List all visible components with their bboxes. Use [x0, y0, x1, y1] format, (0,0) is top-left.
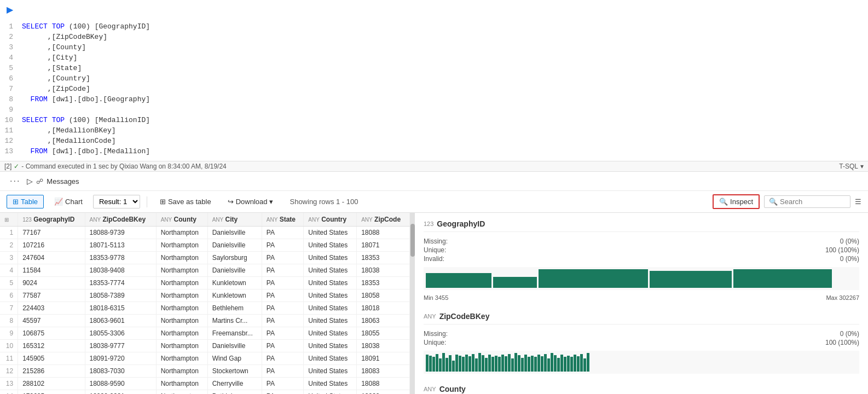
code-line-8: FROM [dw1].[dbo].[Geography]: [22, 94, 868, 105]
missing-label: Missing:: [424, 237, 448, 245]
bar-segment: [505, 356, 507, 372]
table-cell: United States: [304, 289, 357, 302]
divider: [424, 231, 859, 232]
table-cell: Northampton: [156, 277, 207, 289]
bar-segment: [544, 354, 547, 372]
search-input[interactable]: [780, 198, 846, 206]
chart-icon: 📈: [54, 198, 63, 206]
table-cell: 18353: [357, 277, 410, 289]
lang-indicator[interactable]: T-SQL ▾: [839, 163, 864, 170]
table-cell: Northampton: [156, 302, 207, 315]
more-button[interactable]: ···: [7, 175, 24, 187]
filter-icon[interactable]: ☰: [855, 198, 861, 206]
col-header-country[interactable]: ANY Country: [304, 213, 357, 227]
table-cell: PA: [262, 264, 303, 277]
inspect-panel: 123 GeographyID Missing: 0 (0%) Unique: …: [415, 213, 868, 394]
unique-stat-2: Unique: 100 (100%): [424, 339, 859, 346]
inspect-geography-id-title: 123 GeographyID: [424, 219, 859, 228]
download-icon: ↪: [228, 198, 234, 206]
table-cell: 18083: [357, 365, 410, 378]
col-header-zipcode[interactable]: ANY ZipCode: [357, 213, 410, 227]
bar-segment: [472, 354, 474, 372]
table-cell: 18088-9590: [85, 378, 156, 390]
table-cell: Northampton: [156, 252, 207, 264]
status-bar: [2] ✓ - Command executed in 1 sec by Qix…: [0, 161, 868, 171]
row-number: 4: [0, 264, 18, 277]
code-line-3: ,[County]: [22, 42, 868, 53]
table-cell: United States: [304, 264, 357, 277]
bar-segment: [452, 361, 455, 372]
result-select[interactable]: Result: 1: [93, 195, 140, 208]
bar-segment: [445, 358, 448, 372]
scroll-thumb: [410, 224, 415, 257]
table-cell: Northampton: [156, 327, 207, 340]
invalid-val: 0 (0%): [840, 255, 859, 263]
col-header-county[interactable]: ANY County: [156, 213, 207, 227]
table-cell: Northampton: [156, 340, 207, 352]
table-row: 910687518055-3306NorthamptonFreemansbr..…: [0, 327, 410, 340]
download-button[interactable]: ↪ Download ▾: [222, 195, 280, 208]
code-content[interactable]: SELECT TOP (100) [GeographyID] ,[ZipCode…: [22, 21, 868, 157]
col-header-city[interactable]: ANY City: [207, 213, 262, 227]
row-number: 7: [0, 302, 18, 315]
results-area: ··· ▷ ☍ Messages ⊞ Table 📈 Chart Result:…: [0, 172, 868, 394]
col-header-geographyid[interactable]: 123 GeographyID: [18, 213, 85, 227]
table-cell: United States: [304, 252, 357, 264]
code-line-10: SELECT TOP (100) [MedallionID]: [22, 115, 868, 125]
messages-row: ··· ▷ ☍ Messages: [0, 172, 868, 191]
table-cell: 215286: [18, 365, 85, 378]
zipcode-bars-inner: [426, 353, 857, 372]
table-cell: 9024: [18, 277, 85, 289]
table-cell: 77587: [18, 289, 85, 302]
inspect-button[interactable]: 🔍 Inspect: [713, 194, 760, 209]
code-line-13: FROM [dw1].[dbo].[Medallion]: [22, 146, 868, 157]
table-cell: 45597: [18, 315, 85, 327]
table-cell: Cherryville: [207, 378, 262, 390]
table-cell: PA: [262, 277, 303, 289]
table-container[interactable]: ⊞ 123 GeographyID ANY ZipCodeBKey ANY Co…: [0, 213, 410, 394]
inspect-county: ANY County Missing: 0 (0%) Unique: 1 (1%…: [424, 385, 859, 394]
row-number: 6: [0, 289, 18, 302]
table-row: 1328810218088-9590NorthamptonCherryville…: [0, 378, 410, 390]
bar-segment: [459, 356, 461, 372]
bar-segment: [468, 356, 471, 372]
line-numbers: 12345 678910 111213: [0, 21, 22, 157]
main-container: ▶ 12345 678910 111213 SELECT TOP (100) […: [0, 0, 868, 394]
field-name: GeographyID: [437, 219, 485, 228]
save-as-table-button[interactable]: ⊞ Save as table: [154, 195, 217, 208]
row-number: 5: [0, 277, 18, 289]
table-cell: 18353-7774: [85, 277, 156, 289]
table-cell: Danielsville: [207, 227, 262, 239]
table-cell: United States: [304, 227, 357, 239]
search-box: 🔍: [764, 195, 850, 208]
unique-label: Unique:: [424, 246, 446, 254]
table-cell: 18091-9720: [85, 352, 156, 365]
code-line-11: ,[MedallionBKey]: [22, 125, 868, 136]
table-cell: 18055: [357, 327, 410, 340]
run-button[interactable]: ▶: [4, 2, 15, 17]
type-badge-any: ANY: [424, 313, 436, 320]
code-line-9: [22, 105, 868, 115]
expand-icon[interactable]: ▷: [27, 177, 33, 186]
unique-label-2: Unique:: [424, 339, 446, 346]
bar-segment: [462, 357, 465, 372]
scroll-indicator[interactable]: [410, 213, 415, 394]
table-cell: 106875: [18, 327, 85, 340]
col-header-state[interactable]: ANY State: [262, 213, 303, 227]
data-table: ⊞ 123 GeographyID ANY ZipCodeBKey ANY Co…: [0, 213, 410, 394]
col-header-zipcodebkey[interactable]: ANY ZipCodeBKey: [85, 213, 156, 227]
table-cell: 18088: [357, 378, 410, 390]
table-tab[interactable]: ⊞ Table: [7, 195, 44, 208]
code-line-4: ,[City]: [22, 53, 868, 63]
table-cell: 107216: [18, 239, 85, 252]
missing-val-2: 0 (0%): [840, 330, 859, 338]
bar-segment: [455, 355, 458, 372]
bar-segment: [557, 358, 560, 372]
chart-tab[interactable]: 📈 Chart: [48, 195, 89, 208]
table-cell: 18020: [357, 390, 410, 395]
inspect-zipcode-bkey: ANY ZipCodeBKey Missing: 0 (0%) Unique: …: [424, 312, 859, 374]
table-cell: 18063-9601: [85, 315, 156, 327]
table-cell: Martins Cr...: [207, 315, 262, 327]
table-row: 17716718088-9739NorthamptonDanielsvilleP…: [0, 227, 410, 239]
geography-bar-chart: [424, 267, 859, 290]
